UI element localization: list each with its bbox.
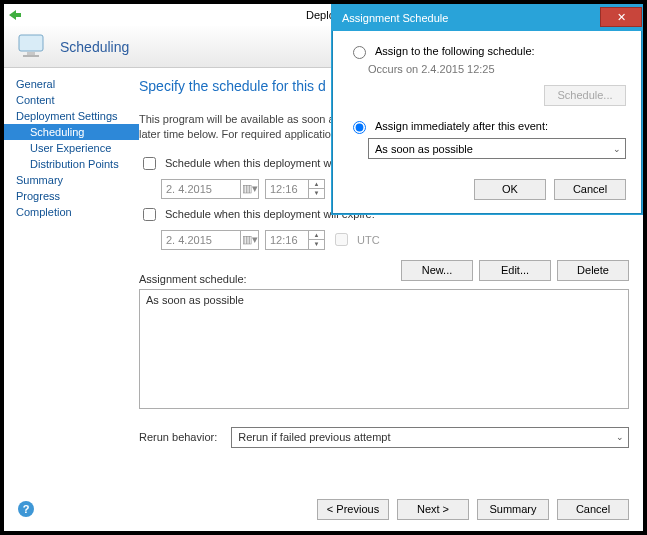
btn-summary[interactable]: Summary (477, 499, 549, 520)
btn-delete[interactable]: Delete (557, 260, 629, 281)
assignment-schedule-list[interactable]: As soon as possible (139, 289, 629, 409)
nav-summary[interactable]: Summary (4, 172, 139, 188)
available-time-input[interactable]: 12:16▲▼ (265, 179, 325, 199)
nav-completion[interactable]: Completion (4, 204, 139, 220)
nav-user-experience[interactable]: User Experience (4, 140, 139, 156)
chk-schedule-expire[interactable] (143, 208, 156, 221)
rerun-behavior-combo[interactable]: Rerun if failed previous attempt ⌄ (231, 427, 629, 448)
dialog-titlebar[interactable]: Assignment Schedule ✕ (332, 5, 642, 31)
nav-general[interactable]: General (4, 76, 139, 92)
lbl-assign-immediately: Assign immediately after this event: (375, 120, 548, 132)
calendar-icon[interactable]: ▥▾ (240, 231, 258, 249)
available-date-input[interactable]: 2. 4.2015▥▾ (161, 179, 259, 199)
dialog-title: Assignment Schedule (342, 12, 448, 24)
back-arrow-icon[interactable] (4, 9, 26, 21)
close-icon: ✕ (617, 11, 626, 24)
close-button[interactable]: ✕ (600, 7, 642, 27)
lbl-rerun-behavior: Rerun behavior: (139, 431, 217, 443)
btn-previous[interactable]: < Previous (317, 499, 389, 520)
lbl-schedule-occurs: Occurs on 2.4.2015 12:25 (348, 63, 626, 75)
radio-assign-immediately[interactable] (353, 121, 366, 134)
help-icon[interactable]: ? (18, 501, 34, 517)
calendar-icon[interactable]: ▥▾ (240, 180, 258, 198)
chk-schedule-available[interactable] (143, 157, 156, 170)
btn-ok[interactable]: OK (474, 179, 546, 200)
chk-expire-utc (335, 233, 348, 246)
btn-schedule: Schedule... (544, 85, 626, 106)
svg-rect-2 (23, 55, 39, 57)
nav-deployment-settings[interactable]: Deployment Settings (4, 108, 139, 124)
radio-assign-schedule[interactable] (353, 46, 366, 59)
svg-rect-1 (27, 52, 35, 55)
lbl-assignment-schedule: Assignment schedule: (139, 273, 247, 285)
nav-scheduling[interactable]: Scheduling (4, 124, 139, 140)
assign-event-combo[interactable]: As soon as possible ⌄ (368, 138, 626, 159)
nav-progress[interactable]: Progress (4, 188, 139, 204)
btn-dialog-cancel[interactable]: Cancel (554, 179, 626, 200)
lbl-schedule-available: Schedule when this deployment will be (165, 157, 354, 169)
header-title: Scheduling (60, 39, 129, 55)
assignment-schedule-dialog: Assignment Schedule ✕ Assign to the foll… (331, 4, 643, 215)
lbl-expire-utc: UTC (357, 234, 380, 246)
list-item[interactable]: As soon as possible (146, 294, 622, 306)
btn-cancel[interactable]: Cancel (557, 499, 629, 520)
nav-distribution-points[interactable]: Distribution Points (4, 156, 139, 172)
wizard-footer: ? < Previous Next > Summary Cancel (4, 487, 643, 531)
chevron-down-icon: ⌄ (616, 432, 624, 442)
nav-content[interactable]: Content (4, 92, 139, 108)
expire-time-input[interactable]: 12:16▲▼ (265, 230, 325, 250)
btn-new[interactable]: New... (401, 260, 473, 281)
chevron-down-icon: ⌄ (613, 144, 621, 154)
btn-edit[interactable]: Edit... (479, 260, 551, 281)
expire-date-input[interactable]: 2. 4.2015▥▾ (161, 230, 259, 250)
wizard-nav: General Content Deployment Settings Sche… (4, 68, 139, 487)
btn-next[interactable]: Next > (397, 499, 469, 520)
svg-rect-0 (19, 35, 43, 51)
monitor-icon (16, 32, 50, 62)
lbl-assign-schedule: Assign to the following schedule: (375, 45, 535, 57)
